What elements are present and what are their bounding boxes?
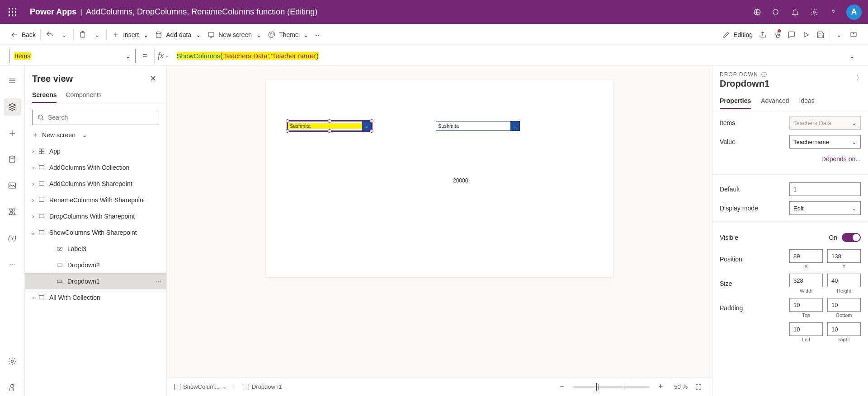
property-selector[interactable]: Items ⌄ bbox=[9, 49, 136, 63]
copilot-icon[interactable] bbox=[767, 3, 786, 21]
notifications-icon[interactable] bbox=[786, 3, 805, 21]
screen-icon bbox=[38, 212, 46, 220]
padding-top-input[interactable]: 10 bbox=[789, 298, 823, 312]
breadcrumb-screen[interactable]: ShowColum... ⌄ bbox=[174, 383, 227, 390]
value-prop-select[interactable]: Teachername⌄ bbox=[789, 135, 861, 149]
components-tab[interactable]: Components bbox=[66, 88, 101, 103]
save-button[interactable] bbox=[813, 27, 828, 43]
undo-dropdown[interactable]: ⌄ bbox=[57, 27, 71, 43]
left-rail-settings-icon[interactable] bbox=[4, 353, 21, 370]
size-width-input[interactable]: 328 bbox=[789, 274, 823, 287]
tree-search-input[interactable] bbox=[32, 110, 159, 125]
more-tools-icon[interactable]: ··· bbox=[4, 256, 21, 273]
zoom-out-button[interactable]: − bbox=[556, 381, 568, 393]
environment-icon[interactable] bbox=[748, 3, 767, 21]
app-launcher-icon[interactable] bbox=[6, 6, 19, 19]
new-screen-button[interactable]: New screen ⌄ bbox=[204, 27, 264, 43]
chevron-icon[interactable]: › bbox=[28, 148, 38, 155]
svg-point-15 bbox=[270, 34, 271, 35]
design-stage[interactable]: Sushmita ⌄ Sushmita ⌄ 20000 bbox=[266, 80, 613, 277]
tree-item-all-with-collection[interactable]: ›All With Collection··· bbox=[25, 289, 166, 306]
publish-button[interactable] bbox=[846, 27, 861, 43]
zoom-slider[interactable] bbox=[573, 386, 650, 388]
control-name[interactable]: Dropdown1 bbox=[720, 79, 861, 89]
back-button[interactable]: Back bbox=[7, 27, 38, 43]
label-icon bbox=[56, 245, 64, 253]
app-checker-button[interactable] bbox=[770, 27, 784, 43]
paste-dropdown[interactable]: ⌄ bbox=[90, 27, 104, 43]
tree-item-addcolumns-with-collection[interactable]: ›AddColumns With Collection··· bbox=[25, 159, 166, 176]
visible-toggle[interactable] bbox=[842, 233, 861, 242]
user-avatar[interactable]: A bbox=[846, 5, 862, 20]
insert-button[interactable]: Insert ⌄ bbox=[108, 27, 151, 43]
close-panel-button[interactable]: ✕ bbox=[146, 72, 159, 85]
breadcrumb-control[interactable]: Dropdown1 bbox=[243, 383, 282, 390]
more-commands-button[interactable]: ··· bbox=[311, 27, 322, 43]
new-screen-button[interactable]: New screen ⌄ bbox=[25, 127, 166, 143]
collapse-panel-button[interactable]: 〉 bbox=[856, 74, 863, 82]
properties-tab[interactable]: Properties bbox=[720, 93, 751, 109]
preview-button[interactable] bbox=[799, 27, 813, 43]
padding-right-input[interactable]: 10 bbox=[827, 322, 861, 336]
screens-tab[interactable]: Screens bbox=[32, 88, 57, 103]
tree-item-dropdown1[interactable]: Dropdown1··· bbox=[25, 273, 166, 289]
tree-item-label3[interactable]: Label3··· bbox=[25, 241, 166, 257]
ideas-tab[interactable]: Ideas bbox=[799, 93, 815, 109]
tree-item-showcolumns-with-sharepoint[interactable]: ⌄ShowColumns With Sharepoint··· bbox=[25, 224, 166, 241]
tree-item-label: All With Collection bbox=[49, 294, 156, 301]
save-dropdown[interactable]: ⌄ bbox=[832, 27, 846, 43]
svg-rect-2 bbox=[15, 8, 16, 9]
formula-input[interactable]: ShowColumns('Teachers Data','Teacher nam… bbox=[177, 49, 841, 63]
paste-button[interactable] bbox=[75, 27, 90, 43]
tree-item-renamecolumns-with-sharepoint[interactable]: ›RenameColumns With Sharepoint··· bbox=[25, 192, 166, 208]
chevron-icon[interactable]: ⌄ bbox=[28, 229, 38, 236]
chevron-icon[interactable]: › bbox=[28, 213, 38, 220]
settings-icon[interactable] bbox=[805, 3, 824, 21]
data-icon[interactable] bbox=[4, 151, 21, 168]
add-data-button[interactable]: Add data ⌄ bbox=[151, 27, 204, 43]
advanced-tab[interactable]: Advanced bbox=[761, 93, 789, 109]
fx-button[interactable]: fx⌄ bbox=[154, 49, 172, 63]
share-button[interactable] bbox=[755, 27, 770, 43]
theme-button[interactable]: Theme ⌄ bbox=[264, 27, 311, 43]
padding-left-input[interactable]: 10 bbox=[789, 322, 823, 336]
tree-item-app[interactable]: ›App··· bbox=[25, 143, 166, 159]
help-icon[interactable] bbox=[824, 3, 843, 21]
chevron-icon[interactable]: › bbox=[28, 180, 38, 187]
label3-control[interactable]: 20000 bbox=[453, 177, 468, 184]
undo-button[interactable] bbox=[42, 27, 57, 43]
editing-mode-button[interactable]: Editing bbox=[719, 27, 755, 43]
media-icon[interactable] bbox=[4, 177, 21, 194]
chevron-icon[interactable]: › bbox=[28, 196, 38, 204]
chevron-down-icon: ⌄ bbox=[835, 30, 844, 39]
tree-item-dropcolumns-with-sharepoint[interactable]: ›DropColumns With Sharepoint··· bbox=[25, 208, 166, 224]
tree-item-menu-button[interactable]: ··· bbox=[156, 277, 162, 285]
power-automate-icon[interactable] bbox=[4, 203, 21, 220]
dropdown1-control[interactable]: Sushmita ⌄ bbox=[288, 121, 372, 131]
items-prop-select[interactable]: Teachers Data⌄ bbox=[789, 116, 861, 130]
hamburger-icon[interactable] bbox=[4, 72, 21, 89]
default-prop-input[interactable]: 1 bbox=[789, 182, 861, 196]
virtual-agent-icon[interactable] bbox=[4, 379, 21, 396]
dropdown2-control[interactable]: Sushmita ⌄ bbox=[436, 121, 520, 131]
insert-icon[interactable] bbox=[4, 125, 21, 142]
display-mode-select[interactable]: Edit⌄ bbox=[789, 201, 861, 215]
expand-formula-bar-button[interactable]: ⌄ bbox=[845, 52, 859, 60]
variables-icon[interactable]: (x) bbox=[4, 229, 21, 247]
zoom-in-button[interactable]: + bbox=[654, 381, 667, 393]
position-y-input[interactable]: 138 bbox=[827, 249, 861, 263]
tree-item-addcolumns-with-sharepoint[interactable]: ›AddColumns With Sharepoint··· bbox=[25, 176, 166, 192]
padding-bottom-input[interactable]: 10 bbox=[827, 298, 861, 312]
formula-bar: Items ⌄ = fx⌄ ShowColumns('Teachers Data… bbox=[0, 46, 868, 66]
position-x-input[interactable]: 89 bbox=[789, 249, 823, 263]
tree-view-icon[interactable] bbox=[4, 98, 21, 116]
depends-on-link[interactable]: Depends on... bbox=[720, 154, 861, 167]
comments-button[interactable] bbox=[784, 27, 799, 43]
info-icon[interactable] bbox=[761, 71, 767, 78]
size-height-input[interactable]: 40 bbox=[827, 274, 861, 287]
chevron-icon[interactable]: › bbox=[28, 294, 38, 301]
screen-icon bbox=[38, 294, 46, 302]
fit-to-screen-button[interactable] bbox=[692, 381, 705, 393]
tree-item-dropdown2[interactable]: Dropdown2··· bbox=[25, 257, 166, 273]
chevron-icon[interactable]: › bbox=[28, 164, 38, 171]
